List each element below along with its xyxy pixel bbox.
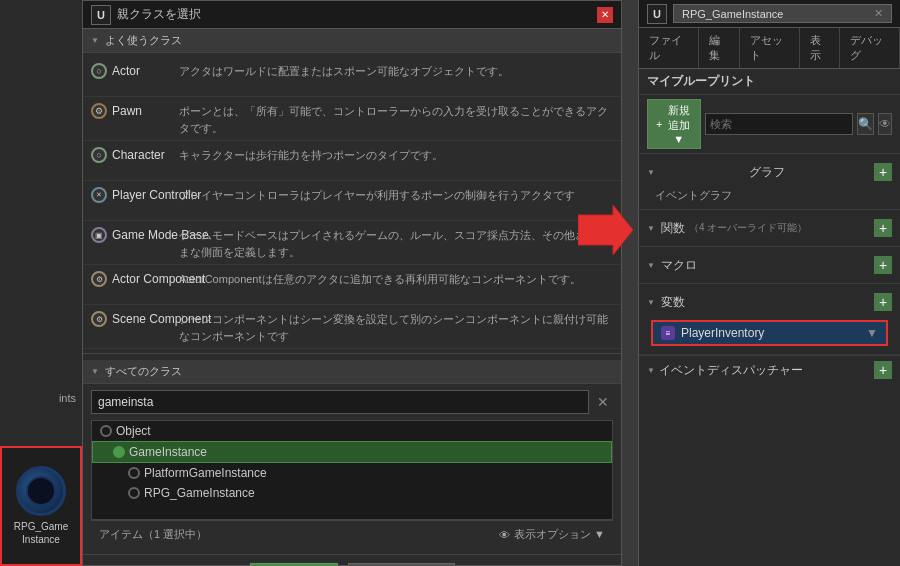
variables-section: 変数 + ≡ PlayerInventory ▼ xyxy=(639,284,900,355)
event-dispatcher-add-button[interactable]: + xyxy=(874,361,892,379)
scenecomp-desc: シーンコンポーネントはシーン変換を設定して別のシーンコンポーネントに親付け可能な… xyxy=(179,309,613,344)
event-dispatcher-header[interactable]: ▼ イベントディスパッチャー xyxy=(647,362,803,379)
menu-strip: ファイル 編集 アセット 表示 デバッグ xyxy=(639,28,900,69)
main-dialog: U 親クラスを選択 ✕ よく使うクラス ○ Actor アクタはワールドに配置ま… xyxy=(82,0,622,566)
menu-debug[interactable]: デバッグ xyxy=(840,28,900,68)
menu-asset[interactable]: アセット xyxy=(740,28,800,68)
points-label: ints xyxy=(0,388,82,408)
graph-section-header[interactable]: グラフ + xyxy=(647,158,892,186)
tree-circle-platformgameinstance xyxy=(128,467,140,479)
eye-icon: 👁 xyxy=(499,529,510,541)
tree-label-gameinstance: GameInstance xyxy=(129,445,207,459)
menu-file[interactable]: ファイル xyxy=(639,28,699,68)
thumbnail-area[interactable]: RPG_GameInstance xyxy=(0,446,82,566)
character-label: Character xyxy=(112,148,165,162)
class-icon-wrap-scenecomp: ⚙ Scene Component xyxy=(91,309,171,327)
actorcomp-icon: ⚙ xyxy=(91,271,107,287)
gamemode-desc: ゲームモードベースはプレイされるゲームの、ルール、スコア採点方法、その他さまざま… xyxy=(179,225,613,260)
tree-circle-rpg-gameinstance xyxy=(128,487,140,499)
all-classes-header: すべてのクラス xyxy=(83,360,621,384)
class-item-actorcomp[interactable]: ⚙ Actor Component ActorComponentは任意のアクタに… xyxy=(83,265,621,305)
class-list: ○ Actor アクタはワールドに配置またはスポーン可能なオブジェクトです。 ⚙… xyxy=(83,53,621,353)
macro-label: マクロ xyxy=(661,257,697,274)
class-icon-wrap-actorcomp: ⚙ Actor Component xyxy=(91,269,171,287)
action-buttons: 選択 キャンセル xyxy=(83,554,621,566)
tree-item-gameinstance[interactable]: GameInstance xyxy=(92,441,612,463)
menu-view[interactable]: 表示 xyxy=(800,28,841,68)
close-button[interactable]: ✕ xyxy=(597,7,613,23)
pawn-icon: ⚙ xyxy=(91,103,107,119)
functions-add-button[interactable]: + xyxy=(874,219,892,237)
class-item-pawn[interactable]: ⚙ Pawn ポーンとは、「所有」可能で、コントローラーからの入力を受け取ること… xyxy=(83,97,621,141)
title-bar-left: U 親クラスを選択 xyxy=(91,5,201,25)
functions-section: 関数 （4 オーバーライド可能） + xyxy=(639,210,900,247)
display-options-btn[interactable]: 👁 表示オプション ▼ xyxy=(499,527,605,542)
add-new-button[interactable]: + 新規追加 ▼ xyxy=(647,99,701,149)
class-icon-wrap-player: ✕ Player Controller xyxy=(91,185,171,203)
my-blueprint-header: マイブループリント xyxy=(639,69,900,95)
class-item-character[interactable]: ○ Character キャラクターは歩行能力を持つポーンのタイプです。 xyxy=(83,141,621,181)
class-item-scenecomp[interactable]: ⚙ Scene Component シーンコンポーネントはシーン変換を設定して別… xyxy=(83,305,621,349)
class-item-gamemode[interactable]: ▣ Game Mode Base ゲームモードベースはプレイされるゲームの、ルー… xyxy=(83,221,621,265)
menu-edit[interactable]: 編集 xyxy=(699,28,740,68)
search-clear-button[interactable]: ✕ xyxy=(593,392,613,412)
tree-item-object[interactable]: Object xyxy=(92,421,612,441)
class-item-actor[interactable]: ○ Actor アクタはワールドに配置またはスポーン可能なオブジェクトです。 xyxy=(83,57,621,97)
plus-icon: + xyxy=(656,118,662,130)
tree-item-platformgameinstance[interactable]: PlatformGameInstance xyxy=(92,463,612,483)
variables-add-button[interactable]: + xyxy=(874,293,892,311)
variable-collapse-btn[interactable]: ▼ xyxy=(866,326,878,340)
pawn-label: Pawn xyxy=(112,104,142,118)
tree-label-platformgameinstance: PlatformGameInstance xyxy=(144,466,267,480)
actor-icon: ○ xyxy=(91,63,107,79)
character-icon: ○ xyxy=(91,147,107,163)
variable-icon: ≡ xyxy=(661,326,675,340)
macro-section: マクロ + xyxy=(639,247,900,284)
ue-logo-right: U xyxy=(647,4,667,24)
player-icon: ✕ xyxy=(91,187,107,203)
bottom-row: アイテム（1 選択中） 👁 表示オプション ▼ xyxy=(91,520,613,548)
tree-item-rpg-gameinstance[interactable]: RPG_GameInstance xyxy=(92,483,612,503)
item-count: アイテム（1 選択中） xyxy=(99,527,207,542)
functions-section-header[interactable]: 関数 （4 オーバーライド可能） + xyxy=(647,214,892,242)
class-tree-list: Object GameInstance PlatformGameInstance… xyxy=(91,420,613,520)
class-icon-wrap-gamemode: ▣ Game Mode Base xyxy=(91,225,171,243)
scenecomp-icon: ⚙ xyxy=(91,311,107,327)
common-section-label: よく使うクラス xyxy=(105,33,182,48)
svg-marker-0 xyxy=(578,205,633,255)
macro-section-header[interactable]: マクロ + xyxy=(647,251,892,279)
blueprint-search-input[interactable] xyxy=(705,113,853,135)
character-desc: キャラクターは歩行能力を持つポーンのタイプです。 xyxy=(179,145,613,164)
right-title-bar: U RPG_GameInstance ✕ xyxy=(639,0,900,28)
class-search-input[interactable] xyxy=(91,390,589,414)
eye-icon-btn[interactable]: 👁 xyxy=(878,113,892,135)
right-panel-title: RPG_GameInstance xyxy=(682,8,784,20)
tree-label-object: Object xyxy=(116,424,151,438)
right-tab-close[interactable]: ✕ xyxy=(874,7,883,20)
macro-add-button[interactable]: + xyxy=(874,256,892,274)
functions-label: 関数 xyxy=(661,220,685,237)
player-desc: プレイヤーコントローラはプレイヤーが利用するポーンの制御を行うアクタです xyxy=(179,185,613,204)
graph-label: グラフ xyxy=(749,164,785,181)
actor-label: Actor xyxy=(112,64,140,78)
class-icon-wrap-character: ○ Character xyxy=(91,145,171,163)
event-dispatcher-label: イベントディスパッチャー xyxy=(659,362,803,379)
search-icon-btn[interactable]: 🔍 xyxy=(857,113,874,135)
class-item-player-controller[interactable]: ✕ Player Controller プレイヤーコントローラはプレイヤーが利用… xyxy=(83,181,621,221)
add-new-label: 新規追加 ▼ xyxy=(665,103,692,145)
variable-item-playerinventory[interactable]: ≡ PlayerInventory ▼ xyxy=(651,320,888,346)
thumbnail-label: RPG_GameInstance xyxy=(14,520,68,546)
gamemode-icon: ▣ xyxy=(91,227,107,243)
variables-section-header[interactable]: 変数 + xyxy=(647,288,892,316)
class-icon-wrap-pawn: ⚙ Pawn xyxy=(91,101,171,119)
title-bar: U 親クラスを選択 ✕ xyxy=(83,1,621,29)
thumbnail-inner xyxy=(26,476,56,506)
graph-add-button[interactable]: + xyxy=(874,163,892,181)
event-graph-item[interactable]: イベントグラフ xyxy=(647,186,892,205)
thumbnail-icon xyxy=(16,466,66,516)
arrow-indicator xyxy=(578,200,638,260)
right-tab[interactable]: RPG_GameInstance ✕ xyxy=(673,4,892,23)
functions-subtitle: （4 オーバーライド可能） xyxy=(689,221,807,235)
all-classes-label: すべてのクラス xyxy=(105,364,182,379)
common-section-header: よく使うクラス xyxy=(83,29,621,53)
